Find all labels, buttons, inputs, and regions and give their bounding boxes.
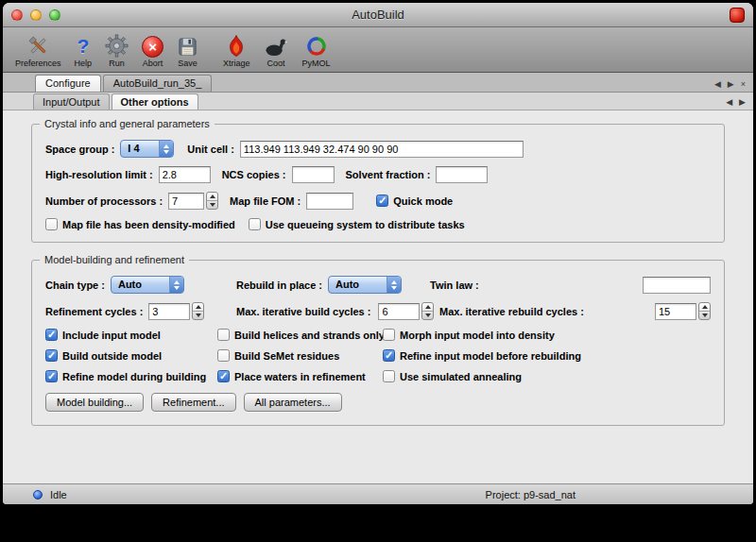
group-title: Model-building and refinement	[40, 254, 189, 265]
titlebar: AutoBuild	[3, 3, 753, 27]
xtriage-icon	[226, 32, 247, 58]
save-button[interactable]: Save	[170, 32, 205, 68]
tab-configure[interactable]: Configure	[35, 75, 101, 92]
run-gear-icon	[105, 32, 129, 58]
project-label: Project: p9-sad_nat	[486, 489, 576, 500]
minimize-button[interactable]	[30, 9, 42, 21]
unit-cell-label: Unit cell :	[187, 144, 234, 155]
group-title: Crystal info and general parameters	[40, 118, 215, 129]
sub-tab-bar: Input/Output Other options ◀ ▶	[3, 93, 753, 110]
checkbox-refine-input-model[interactable]: Refine input model before rebuilding	[383, 349, 711, 362]
pymol-button[interactable]: PyMOL	[296, 32, 337, 68]
row-processors: Number of processors : Map file FOM : Qu…	[45, 192, 711, 210]
checkbox-build-helices-strands[interactable]: Build helices and strands only	[217, 329, 383, 341]
space-group-dropdown[interactable]: I 4	[120, 140, 174, 158]
rebuild-in-place-label: Rebuild in place :	[236, 279, 322, 291]
save-floppy-icon	[177, 32, 198, 58]
checkbox-simulated-annealing[interactable]: Use simulated annealing	[383, 370, 711, 382]
solvent-fraction-input[interactable]	[436, 166, 488, 183]
help-icon: ?	[77, 32, 89, 58]
unit-cell-input[interactable]	[240, 141, 524, 158]
checkbox-box[interactable]	[376, 195, 388, 207]
tab-other-options[interactable]: Other options	[112, 93, 198, 110]
coot-button[interactable]: Coot	[257, 32, 296, 68]
max-build-cycles-stepper[interactable]	[421, 302, 434, 320]
high-resolution-limit-input[interactable]	[159, 166, 211, 183]
tab-autobuild-run-35[interactable]: AutoBuild_run_35_	[103, 75, 213, 92]
help-button[interactable]: ? Help	[68, 32, 99, 68]
max-rebuild-cycles-input[interactable]	[655, 303, 696, 320]
checkbox-box[interactable]	[45, 329, 58, 341]
refinement-cycles-input[interactable]	[148, 303, 190, 320]
window-title: AutoBuild	[3, 8, 753, 22]
checkbox-refine-during-building[interactable]: Refine model during building	[45, 370, 217, 382]
density-modified-checkbox[interactable]: Map file has been density-modified	[45, 218, 235, 230]
checkbox-box[interactable]	[383, 370, 395, 382]
row-space-group: Space group : I 4 Unit cell :	[45, 140, 711, 158]
statusbar: Idle Project: p9-sad_nat	[3, 483, 753, 504]
checkbox-box[interactable]	[45, 349, 58, 362]
subtab-scroll-left-icon[interactable]: ◀	[726, 98, 732, 107]
checkbox-build-outside-model[interactable]: Build outside model	[45, 349, 217, 362]
map-file-fom-input[interactable]	[306, 193, 353, 210]
refinement-cycles-stepper[interactable]	[192, 302, 204, 320]
dropdown-arrows-icon	[159, 141, 173, 157]
window-controls	[11, 9, 60, 21]
row-chain-type: Chain type : Auto Rebuild in place : Aut…	[45, 276, 711, 294]
tab-scroll-left-icon[interactable]: ◀	[714, 80, 721, 89]
close-button[interactable]	[11, 9, 23, 21]
refinement-cycles-field: Refinement cycles :	[45, 302, 236, 320]
model-options-grid: Include input model Build helices and st…	[45, 329, 711, 382]
checkbox-box[interactable]	[217, 349, 230, 362]
ncs-copies-input[interactable]	[292, 166, 335, 183]
toolbar: Preferences ? Help	[3, 27, 753, 73]
checkbox-morph-input-model[interactable]: Morph input model into density	[383, 329, 711, 341]
model-building-button[interactable]: Model building...	[45, 393, 144, 412]
twin-law-input[interactable]	[643, 277, 711, 294]
checkbox-box[interactable]	[217, 329, 230, 341]
zoom-button[interactable]	[49, 9, 60, 21]
all-parameters-button[interactable]: All parameters...	[244, 393, 342, 412]
run-button[interactable]: Run	[98, 32, 135, 68]
phenix-icon	[730, 8, 745, 23]
rebuild-in-place-dropdown[interactable]: Auto	[328, 276, 402, 294]
refinement-button[interactable]: Refinement...	[151, 393, 235, 412]
main-tab-bar: Configure AutoBuild_run_35_ ◀ ▶ ×	[3, 73, 753, 93]
quick-mode-checkbox[interactable]: Quick mode	[376, 195, 453, 207]
autobuild-window: AutoBuild Preferences ? Help	[3, 3, 753, 504]
xtriage-button[interactable]: Xtriage	[216, 32, 257, 68]
checkbox-box[interactable]	[249, 218, 261, 230]
tab-close-icon[interactable]: ×	[741, 80, 746, 89]
tab-input-output[interactable]: Input/Output	[33, 93, 110, 110]
main-tab-nav: ◀ ▶ ×	[714, 80, 746, 92]
chain-type-dropdown[interactable]: Auto	[111, 276, 184, 294]
max-build-cycles-input[interactable]	[378, 303, 420, 320]
checkbox-box[interactable]	[383, 349, 395, 362]
checkbox-box[interactable]	[45, 218, 58, 230]
queueing-system-checkbox[interactable]: Use queueing system to distribute tasks	[249, 218, 465, 230]
max-build-cycles-field: Max. iterative build cycles :	[236, 302, 439, 320]
pymol-icon	[305, 32, 328, 58]
abort-button[interactable]: × Abort	[135, 32, 170, 68]
other-options-panel: Crystal info and general parameters Spac…	[3, 110, 753, 483]
status-indicator-icon	[33, 490, 43, 500]
checkbox-box[interactable]	[383, 329, 395, 341]
checkbox-place-waters[interactable]: Place waters in refinement	[217, 370, 383, 382]
number-of-processors-input[interactable]	[168, 193, 204, 210]
checkbox-build-semet-residues[interactable]: Build SeMet residues	[217, 349, 383, 362]
sub-tab-nav: ◀ ▶	[726, 98, 746, 110]
row-resolution: High-resolution limit : NCS copies : Sol…	[45, 166, 711, 183]
processors-stepper[interactable]	[206, 192, 218, 210]
max-rebuild-cycles-field: Max. iterative rebuild cycles :	[439, 302, 711, 320]
checkbox-box[interactable]	[217, 370, 230, 382]
max-build-cycles-label: Max. iterative build cycles :	[236, 306, 370, 317]
subtab-scroll-right-icon[interactable]: ▶	[739, 98, 746, 107]
parameter-buttons-row: Model building... Refinement... All para…	[45, 393, 711, 412]
map-file-fom-label: Map file FOM :	[230, 195, 301, 207]
max-rebuild-cycles-stepper[interactable]	[698, 302, 711, 320]
tab-scroll-right-icon[interactable]: ▶	[728, 80, 734, 89]
checkbox-include-input-model[interactable]: Include input model	[45, 329, 217, 341]
preferences-button[interactable]: Preferences	[9, 32, 68, 68]
row-cycles: Refinement cycles : Max. iterative build…	[45, 302, 711, 320]
checkbox-box[interactable]	[45, 370, 58, 382]
